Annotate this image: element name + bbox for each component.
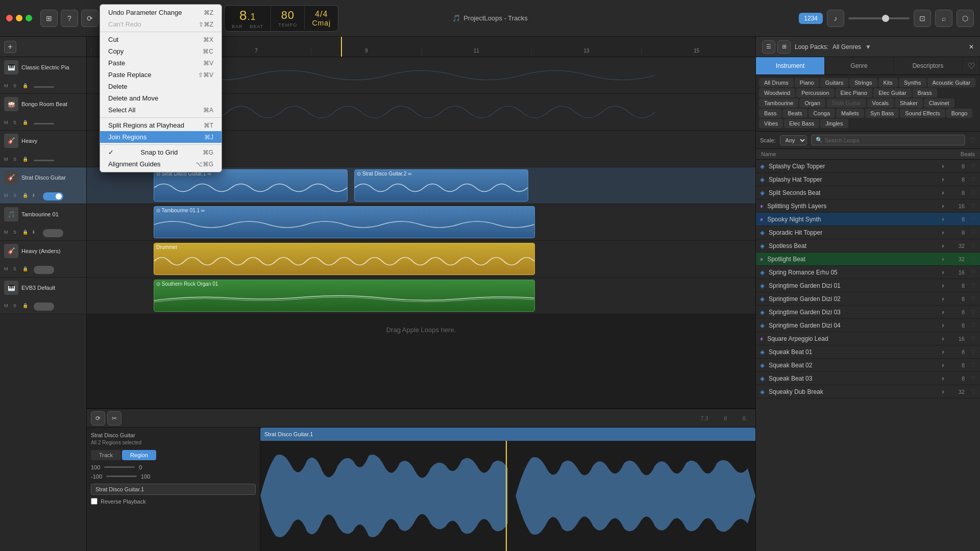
- mute-button[interactable]: M: [4, 193, 11, 200]
- loop-play-btn[interactable]: ⏵: [941, 203, 946, 209]
- loop-item[interactable]: ◈ Springtime Garden Dizi 01 ⏵ 8 ♡: [756, 279, 980, 292]
- loop-item[interactable]: ◈ Sporadic Hit Topper ⏵ 8 ♡: [756, 226, 980, 239]
- loop-item[interactable]: ♦ Splitting Synth Layers ⏵ 16 ♡: [756, 199, 980, 213]
- loop-icon[interactable]: ⟳: [91, 411, 105, 425]
- expand-icon[interactable]: ⊡: [914, 10, 931, 27]
- track-lane-organ[interactable]: ⊙ Southern Rock Organ 01: [87, 278, 755, 314]
- ctx-alignment[interactable]: Alignment Guides ⌥⌘G: [100, 158, 222, 170]
- mute-button[interactable]: M: [4, 157, 11, 164]
- loop-item[interactable]: ◈ Squeak Beat 01 ⏵ 8 ♡: [756, 345, 980, 359]
- library-icon[interactable]: ⊞: [40, 10, 58, 27]
- track-item[interactable]: 🎹 Classic Electric Pia M S 🔒: [0, 57, 86, 94]
- loop-item[interactable]: ◈ Springtime Garden Dizi 04 ⏵ 8 ♡: [756, 319, 980, 332]
- loop-play-btn[interactable]: ⏵: [941, 163, 946, 169]
- mute-button[interactable]: M: [4, 83, 11, 90]
- solo-button[interactable]: S: [13, 83, 20, 90]
- loop-item[interactable]: ◈ Split Seconds Beat ⏵ 8 ♡: [756, 186, 980, 199]
- share-icon[interactable]: ⬡: [957, 10, 974, 27]
- filter-strings[interactable]: Strings: [849, 78, 877, 87]
- filter-piano[interactable]: Piano: [795, 78, 819, 87]
- editor-icon[interactable]: ✂: [107, 411, 121, 425]
- audio-region[interactable]: ⊙ Tambourine 01.1 ∞: [154, 206, 535, 238]
- loop-play-btn[interactable]: ⏵: [941, 177, 946, 182]
- loop-play-btn[interactable]: ⏵: [941, 190, 946, 195]
- track-item[interactable]: 🥁 Bongo Room Beat M S 🔒: [0, 94, 86, 131]
- add-track-button[interactable]: +: [4, 41, 16, 53]
- heart-icon[interactable]: ♡: [969, 136, 976, 144]
- track-volume[interactable]: [34, 86, 54, 88]
- mute-button[interactable]: M: [4, 230, 11, 237]
- loop-item-heart[interactable]: ♡: [971, 189, 976, 196]
- loop-play-btn[interactable]: ⏵: [941, 309, 946, 315]
- track-item[interactable]: 🎸 Heavy (Anders) M S 🔒: [0, 241, 86, 278]
- filter-conga[interactable]: Conga: [808, 109, 835, 118]
- loop-play-btn[interactable]: ⏵: [941, 362, 946, 368]
- favorites-tab[interactable]: ♡: [963, 57, 980, 74]
- loop-item-heart[interactable]: ♡: [971, 322, 976, 329]
- loop-item-heart[interactable]: ♡: [971, 362, 976, 368]
- filter-beats[interactable]: Beats: [782, 109, 807, 118]
- track-volume[interactable]: [34, 123, 54, 124]
- filter-acoustic-guitar[interactable]: Acoustic Guitar: [927, 78, 976, 87]
- filter-clavinet[interactable]: Clavinet: [924, 98, 954, 108]
- minimize-button[interactable]: [16, 15, 22, 21]
- track-toggle[interactable]: [34, 266, 54, 274]
- loop-item-heart[interactable]: ♡: [971, 216, 976, 222]
- search-box[interactable]: 🔍 Search Loops: [811, 135, 965, 145]
- loop-item[interactable]: ◈ Squeaky Dub Break ⏵ 32 ♡: [756, 385, 980, 398]
- filter-mallets[interactable]: Mallets: [836, 109, 864, 118]
- tab-descriptors[interactable]: Descriptors: [894, 57, 963, 74]
- grid-view-icon[interactable]: ⊞: [777, 40, 791, 54]
- ctx-snap[interactable]: ✓ Snap to Grid ⌘G: [100, 146, 222, 158]
- tab-instrument[interactable]: Instrument: [756, 57, 825, 74]
- note-icon[interactable]: ♪: [827, 10, 844, 27]
- genre-dropdown-icon[interactable]: ▼: [865, 43, 871, 51]
- loop-play-btn[interactable]: ⏵: [941, 322, 946, 328]
- filter-all-drums[interactable]: All Drums: [759, 78, 794, 87]
- loop-item-heart[interactable]: ♡: [971, 335, 976, 342]
- scale-select[interactable]: Any: [780, 135, 807, 145]
- loop-item[interactable]: ◈ Spotless Beat ⏵ 32 ♡: [756, 239, 980, 253]
- loop-item-heart[interactable]: ♡: [971, 203, 976, 209]
- mute-button[interactable]: M: [4, 120, 11, 127]
- reverse-checkbox[interactable]: [91, 498, 97, 505]
- search-icon[interactable]: ⌕: [935, 10, 952, 27]
- bar-display[interactable]: 8.1 BAR BEAT: [225, 6, 271, 31]
- track-volume[interactable]: [34, 160, 54, 161]
- track-toggle[interactable]: [43, 192, 63, 201]
- tempo-display[interactable]: 80 TEMPO: [271, 7, 305, 30]
- filter-jingles[interactable]: Jingles: [820, 119, 848, 128]
- filter-synths[interactable]: Synths: [899, 78, 926, 87]
- loop-item-heart[interactable]: ♡: [971, 269, 976, 276]
- track-item[interactable]: 🎹 EVB3 Default M S 🔒: [0, 278, 86, 314]
- ctx-select-all[interactable]: Select All ⌘A: [100, 104, 222, 116]
- ctx-paste[interactable]: Paste ⌘V: [100, 57, 222, 69]
- audio-region[interactable]: ⊙ Strat Disco Guitar.2 ∞: [354, 169, 528, 202]
- loop-item[interactable]: ♦ Square Arpeggio Lead ⏵ 16 ♡: [756, 332, 980, 345]
- ctx-join[interactable]: Join Regions ⌘J: [100, 131, 222, 143]
- ctx-paste-replace[interactable]: Paste Replace ⇧⌘V: [100, 69, 222, 81]
- smart-controls-icon[interactable]: ⟳: [81, 10, 99, 27]
- help-icon[interactable]: ?: [61, 10, 78, 27]
- editor-waveform-area[interactable]: Strat Disco Guitar.1: [260, 428, 755, 551]
- loop-item[interactable]: ◈ Squeak Beat 03 ⏵ 8 ♡: [756, 372, 980, 385]
- mute-button[interactable]: M: [4, 266, 11, 273]
- loop-play-btn[interactable]: ⏵: [941, 296, 946, 302]
- track-item[interactable]: 🎵 Tambourine 01 M S 🔒 ⬇: [0, 204, 86, 241]
- loop-item[interactable]: ♦ Spooky Night Synth ⏵ 8 ♡: [756, 213, 980, 226]
- filter-brass[interactable]: Brass: [913, 88, 937, 97]
- solo-button[interactable]: S: [13, 120, 20, 127]
- filter-vocals[interactable]: Vocals: [867, 98, 894, 108]
- tab-genre[interactable]: Genre: [825, 57, 894, 74]
- filter-elec-bass[interactable]: Elec Bass: [784, 119, 819, 128]
- loop-item-heart[interactable]: ♡: [971, 309, 976, 315]
- loop-list[interactable]: ◈ Splashy Clap Topper ⏵ 8 ♡ ◈ Splashy Ha…: [756, 160, 980, 551]
- track-lane-strat[interactable]: ⊙ Strat Disco Guitar.1 ∞ ⊙ Strat Disco G…: [87, 167, 755, 204]
- ctx-cut[interactable]: Cut ⌘X: [100, 34, 222, 45]
- loop-play-btn[interactable]: ⏵: [941, 375, 946, 381]
- track-lane-tambourine[interactable]: ⊙ Tambourine 01.1 ∞: [87, 204, 755, 241]
- loop-play-btn[interactable]: ⏵: [941, 389, 946, 394]
- loop-play-btn[interactable]: ⏵: [941, 216, 946, 222]
- loop-item[interactable]: ◈ Springtime Garden Dizi 03 ⏵ 8 ♡: [756, 306, 980, 319]
- filter-slide-guitar[interactable]: Slide Guitar: [826, 98, 866, 108]
